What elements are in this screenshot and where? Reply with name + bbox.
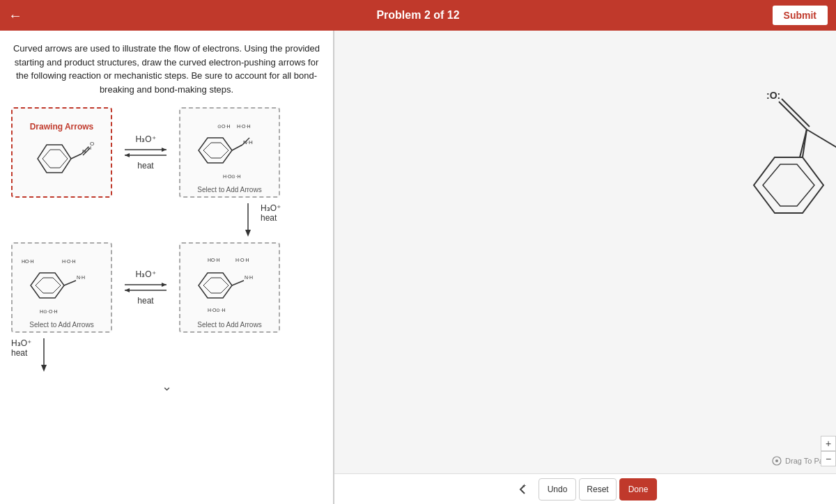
select-arrows-box-1[interactable]: ⊙O·H H·O·H N·H H·O⊙·H Select to Add Arro… bbox=[179, 107, 280, 198]
molecule-svg-2: ⊙O·H H·O·H N·H H·O⊙·H bbox=[188, 121, 272, 184]
select-label-1: Select to Add Arrows bbox=[180, 186, 279, 194]
vertical-arrow-svg bbox=[241, 203, 255, 238]
svg-marker-30 bbox=[162, 283, 167, 287]
drawing-label: Drawing Arrows bbox=[30, 122, 94, 132]
chevron-down-icon[interactable]: ⌄ bbox=[162, 379, 172, 393]
svg-text:H·O·H: H·O·H bbox=[62, 259, 75, 264]
left-panel: Curved arrows are used to illustrate the… bbox=[0, 31, 334, 504]
svg-marker-46 bbox=[754, 157, 823, 213]
main-layout: Curved arrows are used to illustrate the… bbox=[0, 31, 836, 504]
svg-line-26 bbox=[64, 281, 76, 285]
zoom-controls: + − bbox=[821, 436, 836, 466]
drag-icon bbox=[771, 455, 782, 466]
double-arrow-svg-2 bbox=[121, 279, 170, 296]
back-button[interactable]: ← bbox=[8, 8, 22, 24]
canvas-area[interactable]: :O: N H H H bbox=[334, 31, 836, 473]
molecule-svg-3: HO·H H·O·H N·H H⊙·O·H bbox=[20, 256, 104, 319]
svg-text:H·O⊙·H: H·O⊙·H bbox=[208, 308, 225, 313]
arrow-block-2: H₃O⁺ heat bbox=[118, 269, 173, 306]
bottom-vert-arrow bbox=[37, 338, 51, 373]
drag-to-pan-label: Drag To Pan bbox=[771, 455, 828, 466]
main-molecule-svg: :O: N H H bbox=[725, 86, 836, 295]
svg-text:H⊙·O·H: H⊙·O·H bbox=[40, 309, 57, 314]
select-label-3: Select to Add Arrows bbox=[180, 321, 279, 329]
svg-line-43 bbox=[779, 102, 807, 129]
svg-marker-15 bbox=[203, 143, 229, 158]
zoom-out-button[interactable]: − bbox=[821, 451, 836, 466]
svg-point-70 bbox=[775, 459, 778, 462]
bottom-toolbar: + Undo Reset Done bbox=[334, 473, 836, 504]
vert-heat: heat bbox=[261, 213, 281, 223]
back-pan-button[interactable]: + bbox=[513, 478, 536, 501]
svg-marker-21 bbox=[245, 230, 251, 237]
svg-line-37 bbox=[232, 281, 244, 285]
svg-marker-11 bbox=[125, 153, 130, 157]
undo-button[interactable]: Undo bbox=[539, 478, 576, 501]
reagent-1: H₃O⁺ bbox=[136, 134, 156, 144]
svg-text:+: + bbox=[522, 482, 526, 489]
bottom-heat: heat bbox=[11, 348, 31, 358]
reagent-2: H₃O⁺ bbox=[136, 269, 156, 279]
molecule-svg-1: N H O bbox=[27, 134, 97, 183]
heat-2: heat bbox=[137, 296, 153, 306]
svg-marker-9 bbox=[162, 148, 167, 152]
svg-text:N·H: N·H bbox=[245, 275, 253, 280]
select-label-2: Select to Add Arrows bbox=[13, 321, 111, 329]
svg-text:HO·H: HO·H bbox=[22, 259, 34, 264]
svg-marker-36 bbox=[203, 278, 229, 293]
svg-text:H·O·H: H·O·H bbox=[237, 124, 250, 129]
svg-marker-25 bbox=[36, 278, 61, 293]
heat-1: heat bbox=[137, 161, 153, 171]
chevron-down-area[interactable]: ⌄ bbox=[11, 379, 322, 394]
drawing-arrows-box[interactable]: Drawing Arrows N H O bbox=[11, 107, 112, 198]
svg-text::O:: :O: bbox=[766, 90, 780, 101]
reaction-row-1: Drawing Arrows N H O H₃O⁺ bbox=[11, 107, 322, 198]
done-button[interactable]: Done bbox=[619, 478, 657, 501]
select-arrows-box-2[interactable]: HO·H H·O·H N·H H⊙·O·H Select to Add Arro… bbox=[11, 242, 112, 333]
svg-marker-47 bbox=[763, 164, 814, 206]
vertical-connector-1: H₃O⁺ heat bbox=[241, 203, 322, 238]
double-arrow-svg-1 bbox=[121, 144, 170, 161]
molecule-svg-4: HO·H H·O·H N·H H·O⊙·H bbox=[188, 256, 272, 319]
back-arrow-icon: + bbox=[518, 482, 532, 496]
svg-text:HO·H: HO·H bbox=[208, 258, 220, 262]
select-arrows-box-3[interactable]: HO·H H·O·H N·H H·O⊙·H Select to Add Arro… bbox=[179, 242, 280, 333]
instructions-text: Curved arrows are used to illustrate the… bbox=[11, 42, 322, 96]
right-panel: :O: N H H H bbox=[334, 31, 836, 504]
svg-marker-1 bbox=[42, 150, 68, 168]
svg-line-49 bbox=[807, 129, 836, 150]
header: ← Problem 2 of 12 Submit bbox=[0, 0, 836, 31]
svg-text:O: O bbox=[90, 141, 94, 147]
svg-line-2 bbox=[71, 154, 82, 159]
reaction-row-2: HO·H H·O·H N·H H⊙·O·H Select to Add Arro… bbox=[11, 242, 322, 333]
bottom-conditions-area: H₃O⁺ heat bbox=[11, 338, 322, 373]
svg-line-44 bbox=[782, 99, 810, 127]
svg-marker-32 bbox=[125, 288, 130, 292]
svg-text:N·H: N·H bbox=[77, 275, 85, 280]
submit-button[interactable]: Submit bbox=[773, 6, 828, 25]
svg-text:⊙O·H: ⊙O·H bbox=[217, 124, 230, 129]
problem-title: Problem 2 of 12 bbox=[376, 9, 459, 22]
bottom-reagent: H₃O⁺ bbox=[11, 338, 31, 348]
svg-marker-41 bbox=[41, 365, 47, 372]
svg-text:H·O⊙·H: H·O⊙·H bbox=[223, 174, 240, 179]
vert-reagent: H₃O⁺ bbox=[261, 203, 281, 213]
reset-button[interactable]: Reset bbox=[579, 478, 617, 501]
arrow-block-1: H₃O⁺ heat bbox=[118, 134, 173, 171]
svg-line-16 bbox=[232, 145, 242, 150]
zoom-in-button[interactable]: + bbox=[821, 436, 836, 451]
svg-text:H·O·H: H·O·H bbox=[235, 258, 249, 262]
